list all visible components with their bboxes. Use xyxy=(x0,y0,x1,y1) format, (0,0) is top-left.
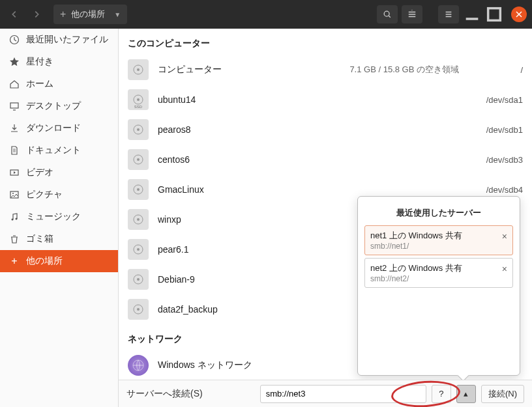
drive-row[interactable]: pearos8/dev/sdb1 xyxy=(119,115,532,145)
drive-usage: 7.1 GB / 15.8 GB の空き領域 xyxy=(349,64,459,76)
drive-path: /dev/sdb3 xyxy=(477,155,523,165)
remove-server-button[interactable]: × xyxy=(502,231,507,242)
path-bar[interactable]: + 他の場所 ▼ xyxy=(53,5,127,24)
drive-row[interactable]: centos6/dev/sdb3 xyxy=(119,145,532,175)
sidebar-item-label: 最近開いたファイル xyxy=(26,34,108,46)
server-address-input[interactable] xyxy=(260,385,426,403)
sidebar-item-label: ホーム xyxy=(26,78,53,90)
sidebar-item-label: ダウンロード xyxy=(26,122,81,134)
recent-server-item[interactable]: net1 上の Windows 共有smb://net1/× xyxy=(364,225,513,255)
picture-icon xyxy=(9,189,20,200)
close-button[interactable] xyxy=(511,7,527,22)
drive-path: / xyxy=(477,65,523,75)
server-title: net1 上の Windows 共有 xyxy=(370,230,507,242)
drive-icon xyxy=(128,239,149,260)
drive-icon xyxy=(128,299,149,320)
desktop-icon xyxy=(9,101,20,111)
sidebar-item-desktop[interactable]: デスクトップ xyxy=(0,95,118,117)
svg-point-12 xyxy=(137,98,140,101)
sidebar-item-plus[interactable]: +他の場所 xyxy=(0,250,118,272)
drive-icon xyxy=(128,149,149,170)
drive-icon xyxy=(128,119,149,140)
help-button[interactable]: ? xyxy=(432,385,451,403)
star-icon xyxy=(9,57,20,67)
drive-path: /dev/sdb1 xyxy=(477,125,523,135)
drive-name: ubuntu14 xyxy=(158,94,459,105)
svg-point-26 xyxy=(137,308,140,311)
sidebar-item-label: 星付き xyxy=(26,56,53,68)
drive-icon xyxy=(128,269,149,290)
sidebar-item-document[interactable]: ドキュメント xyxy=(0,139,118,161)
network-icon xyxy=(128,355,149,376)
connect-button[interactable]: 接続(N) xyxy=(481,385,524,403)
drive-icon xyxy=(128,59,149,80)
svg-rect-1 xyxy=(488,8,501,21)
remove-server-button[interactable]: × xyxy=(502,264,507,274)
sidebar-item-label: ゴミ箱 xyxy=(26,233,53,245)
sidebar-item-label: ビデオ xyxy=(26,167,53,178)
view-list-button[interactable] xyxy=(402,5,422,23)
sidebar-item-video[interactable]: ビデオ xyxy=(0,161,118,184)
video-icon xyxy=(9,167,20,178)
drive-icon xyxy=(128,209,149,230)
drive-icon xyxy=(128,179,149,200)
back-button[interactable] xyxy=(5,5,23,23)
svg-point-16 xyxy=(137,158,140,161)
drive-name: コンピューター xyxy=(158,64,340,76)
clock-icon xyxy=(9,35,20,45)
server-uri: smb://net2/ xyxy=(370,274,507,283)
document-icon xyxy=(9,145,20,156)
recent-servers-popup: 最近使用したサーバー net1 上の Windows 共有smb://net1/… xyxy=(357,196,520,376)
connect-footer: サーバーへ接続(S) ? ▴ 接続(N) xyxy=(119,380,532,407)
svg-point-0 xyxy=(384,11,389,16)
popup-title: 最近使用したサーバー xyxy=(364,203,513,225)
search-button[interactable] xyxy=(377,5,398,23)
sidebar-item-label: ピクチャ xyxy=(26,189,63,201)
plus-icon: + xyxy=(9,256,20,266)
plus-icon: + xyxy=(60,8,66,20)
server-title: net2 上の Windows 共有 xyxy=(370,262,507,274)
svg-point-20 xyxy=(137,218,140,221)
minimize-button[interactable] xyxy=(463,5,481,23)
sidebar-item-download[interactable]: ダウンロード xyxy=(0,117,118,139)
sidebar-item-label: ミュージック xyxy=(26,211,81,223)
sidebar-item-label: デスクトップ xyxy=(26,100,81,112)
music-icon xyxy=(9,212,20,222)
svg-point-14 xyxy=(137,128,140,131)
drive-path: /dev/sdb4 xyxy=(477,185,523,195)
svg-point-10 xyxy=(137,68,140,71)
sidebar: 最近開いたファイル星付きホームデスクトップダウンロードドキュメントビデオピクチャ… xyxy=(0,29,119,407)
svg-point-6 xyxy=(12,193,14,194)
titlebar: + 他の場所 ▼ xyxy=(0,0,532,29)
recent-servers-toggle[interactable]: ▴ xyxy=(456,385,476,403)
home-icon xyxy=(9,79,20,89)
sidebar-item-trash[interactable]: ゴミ箱 xyxy=(0,228,118,250)
chevron-down-icon: ▼ xyxy=(114,11,121,18)
sidebar-item-label: ドキュメント xyxy=(26,145,81,156)
svg-point-18 xyxy=(137,188,140,191)
drive-row[interactable]: ubuntu14/dev/sda1 xyxy=(119,85,532,115)
server-uri: smb://net1/ xyxy=(370,242,507,251)
drive-name: pearos8 xyxy=(158,124,459,135)
sidebar-item-star[interactable]: 星付き xyxy=(0,51,118,73)
sidebar-item-clock[interactable]: 最近開いたファイル xyxy=(0,29,118,51)
sidebar-item-music[interactable]: ミュージック xyxy=(0,206,118,228)
drive-path: /dev/sda1 xyxy=(477,95,523,105)
drive-name: GmacLinux xyxy=(158,184,459,195)
recent-server-item[interactable]: net2 上の Windows 共有smb://net2/× xyxy=(364,258,513,288)
main-panel: このコンピューター コンピューター7.1 GB / 15.8 GB の空き領域/… xyxy=(119,29,532,407)
svg-point-22 xyxy=(137,248,140,251)
maximize-button[interactable] xyxy=(485,5,503,23)
svg-point-8 xyxy=(16,218,18,220)
hamburger-menu-button[interactable] xyxy=(438,5,459,23)
drive-icon xyxy=(128,89,149,110)
drive-name: centos6 xyxy=(158,154,459,165)
svg-point-7 xyxy=(12,219,14,221)
path-label: 他の場所 xyxy=(71,8,105,20)
sidebar-item-home[interactable]: ホーム xyxy=(0,73,118,95)
trash-icon xyxy=(9,234,20,244)
sidebar-item-picture[interactable]: ピクチャ xyxy=(0,184,118,206)
drive-row[interactable]: コンピューター7.1 GB / 15.8 GB の空き領域/ xyxy=(119,55,532,85)
forward-button[interactable] xyxy=(27,5,46,23)
connect-label: サーバーへ接続(S) xyxy=(126,388,203,400)
